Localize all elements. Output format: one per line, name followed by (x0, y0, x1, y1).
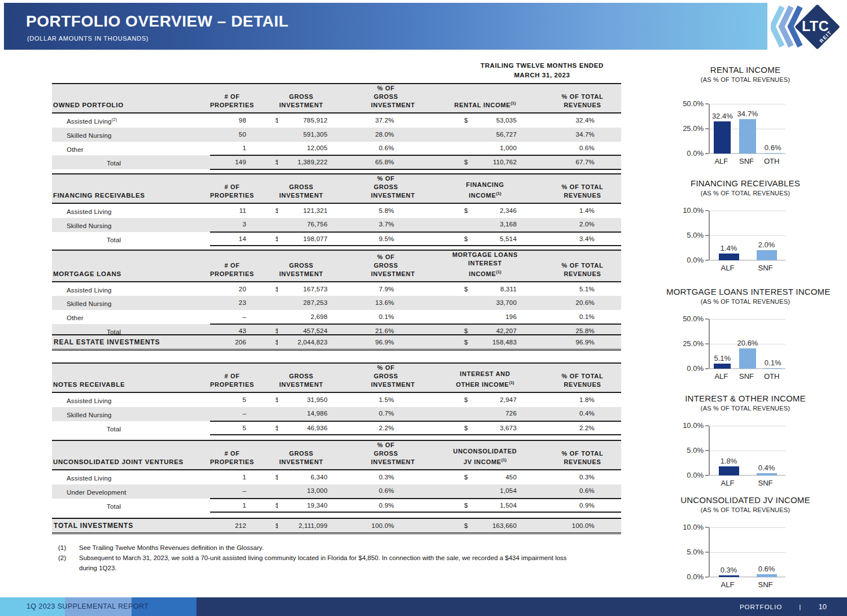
cell-pct-total-revenues: 1.4% (518, 203, 621, 218)
cell-dollar-sign (401, 128, 469, 142)
cell-gross-investment: 785,912 (278, 113, 329, 128)
bar-column: 0.6% (748, 527, 785, 577)
cell-properties: 5 (210, 421, 254, 435)
cell-pct-total-revenues: 20.6% (518, 296, 621, 310)
cell-dollar-sign: $ (254, 470, 278, 484)
table-row: Skilled Nursing 23 287,253 13.6% 33,700 … (52, 296, 621, 310)
row-label: Assisted Living (52, 392, 210, 407)
axis-tick (705, 343, 709, 344)
cell-pct-gross-investment: 2.2% (329, 421, 401, 435)
table-title: FINANCING RECEIVABLES (52, 174, 210, 203)
bars-container: 0.3%0.6% (710, 527, 785, 577)
cell-dollar-sign (401, 218, 469, 232)
cell-income: 8,311 (469, 282, 518, 296)
cell-gross-investment: 591,305 (278, 128, 329, 142)
cell-gross-investment: 76,756 (278, 218, 329, 232)
table-row: Total 1 $ 19,340 0.9% $ 1,504 0.9% (52, 499, 621, 513)
category-labels: ALFSNFOTH (709, 372, 784, 381)
axis-tick (705, 153, 709, 154)
cell-income: 3,673 (469, 421, 518, 435)
chart-subtitle: (AS % OF TOTAL REVENUES) (666, 298, 824, 305)
cell-dollar-sign: $ (401, 392, 469, 407)
cell-pct-total-revenues: 100.0% (518, 518, 621, 534)
cell-pct-gross-investment: 7.9% (329, 282, 401, 296)
cell-dollar-sign (401, 296, 469, 310)
chart-body: 1.4%2.0%10.0%5.0%0.0%ALFSNF (666, 211, 824, 274)
cell-gross-investment: 2,698 (278, 310, 329, 324)
col-header-gross-investment: GROSS INVESTMENT (254, 250, 329, 282)
table-row: Assisted Living 1 $ 6,340 0.3% $ 450 0.3… (52, 470, 621, 484)
cell-gross-investment: 14,986 (278, 407, 329, 421)
row-label: Skilled Nursing (52, 218, 210, 232)
cell-dollar-sign (401, 142, 469, 156)
axis-tick (705, 576, 709, 578)
col-header-properties: # OF PROPERTIES (210, 174, 254, 203)
summary-label: TOTAL INVESTMENTS (52, 518, 210, 534)
chart-title: MORTGAGE LOANS INTEREST INCOME (666, 287, 824, 297)
owned-portfolio-table: OWNED PORTFOLIO # OF PROPERTIES GROSS IN… (52, 83, 621, 170)
cell-income: 3,168 (469, 218, 518, 232)
category-label: SNF (746, 479, 784, 487)
col-header-pct-total-revenues: % OF TOTAL REVENUES (518, 363, 621, 392)
category-label: OTH (759, 372, 784, 381)
bar-column: 5.1% (710, 319, 735, 369)
y-tick-label: 5.0% (666, 231, 704, 239)
cell-pct-total-revenues: 1.8% (518, 392, 621, 407)
col-header-income: FINANCING INCOME(1) (401, 174, 518, 203)
y-tick-label: 0.0% (666, 364, 704, 373)
cell-properties: 1 (210, 470, 254, 484)
cell-pct-total-revenues: 3.4% (518, 232, 621, 246)
axis-tick (705, 475, 709, 476)
axis-tick (705, 318, 709, 320)
gridline (710, 577, 785, 578)
cell-dollar-sign (401, 310, 469, 324)
cell-properties: – (210, 407, 254, 421)
col-header-pct-total-revenues: % OF TOTAL REVENUES (518, 84, 621, 113)
chart-financing-receivables: FINANCING RECEIVABLES (AS % OF TOTAL REV… (666, 178, 824, 274)
col-header-pct-total-revenues: % OF TOTAL REVENUES (518, 440, 621, 470)
category-label: OTH (759, 157, 784, 165)
category-label: SNF (734, 372, 759, 381)
table-header-row: MORTGAGE LOANS # OF PROPERTIES GROSS INV… (52, 250, 621, 282)
cell-pct-gross-investment: 0.9% (329, 499, 401, 513)
row-label: Skilled Nursing (52, 296, 210, 310)
chart-body: 1.8%0.4%10.0%5.0%0.0%ALFSNF (666, 426, 824, 489)
cell-dollar-sign (401, 407, 469, 421)
cell-income: 726 (469, 407, 518, 421)
bars-container: 5.1%20.6%0.1% (710, 319, 785, 369)
cell-dollar-sign (254, 142, 278, 156)
axis-tick (705, 425, 709, 426)
cell-dollar-sign (254, 310, 278, 324)
cell-income: 2,947 (469, 392, 518, 407)
col-header-income: INTEREST AND OTHER INCOME(1) (401, 363, 518, 392)
bar-value-label: 0.3% (721, 566, 737, 574)
category-label: ALF (709, 479, 746, 487)
cell-properties: 212 (210, 518, 254, 534)
footnote-number: (1) (58, 543, 66, 553)
category-label: ALF (709, 157, 734, 165)
gridline (710, 369, 785, 369)
cell-gross-investment: 6,340 (278, 470, 329, 484)
mortgage-loans-table: MORTGAGE LOANS # OF PROPERTIES GROSS INV… (52, 250, 621, 339)
category-labels: ALFSNF (709, 580, 784, 589)
footer-page-number: 10 (819, 602, 827, 611)
cell-income: 163,660 (469, 518, 518, 534)
table-row: Total 5 $ 46,936 2.2% $ 3,673 2.2% (52, 421, 621, 435)
col-header-pct-gross-investment: % OF GROSS INVESTMENT (329, 174, 401, 203)
gridline (710, 475, 785, 476)
axis-tick (705, 552, 709, 553)
bar-value-label: 0.6% (765, 143, 781, 152)
cell-pct-total-revenues: 0.3% (518, 470, 621, 484)
cell-income: 33,700 (469, 296, 518, 310)
cell-pct-total-revenues: 0.6% (518, 484, 621, 499)
bar (739, 119, 756, 154)
cell-properties: 3 (210, 218, 254, 232)
cell-dollar-sign: $ (401, 155, 469, 169)
chart-unconsolidated-jv-income: UNCONSOLIDATED JV INCOME (AS % OF TOTAL … (666, 495, 824, 591)
bar-value-label: 32.4% (712, 112, 733, 120)
report-page: PORTFOLIO OVERVIEW – DETAIL (DOLLAR AMOU… (0, 0, 847, 616)
table-row: Skilled Nursing – 14,986 0.7% 726 0.4% (52, 407, 621, 421)
col-header-income: UNCONSOLIDATED JV INCOME(1) (401, 440, 518, 470)
bar (714, 364, 731, 369)
table-row: Other 1 12,005 0.6% 1,000 0.6% (52, 142, 621, 156)
